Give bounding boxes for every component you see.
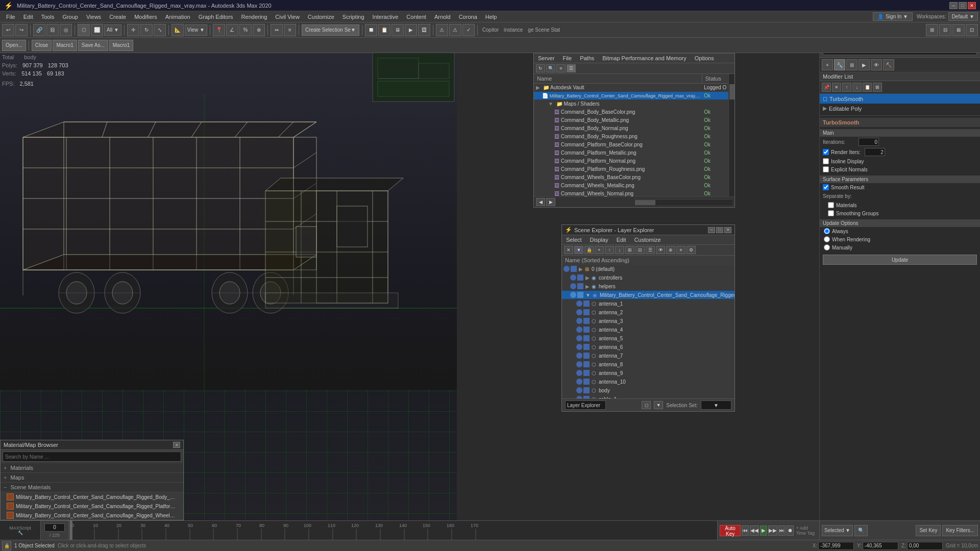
menu-arnold[interactable]: Arnold xyxy=(430,13,455,21)
smoothing-groups-checkbox[interactable] xyxy=(828,210,834,216)
maps-section[interactable]: + Maps xyxy=(1,473,183,483)
se-more-btn[interactable]: ⊕ xyxy=(666,246,675,254)
table-row[interactable]: ⬡ antenna_9 xyxy=(562,369,734,378)
scene-material-item-1[interactable]: Military_Battery_Control_Center_Sand_Cam… xyxy=(1,492,183,502)
anim-prev-frame-btn[interactable]: ◀◀ xyxy=(750,525,759,536)
table-row[interactable]: ⬡ antenna_4 xyxy=(562,325,734,334)
asset-h-scrollbar[interactable] xyxy=(634,199,733,205)
sign-in-btn[interactable]: 👤 Sign In ▼ xyxy=(873,12,913,21)
unlink-btn[interactable]: ⛓ xyxy=(46,24,59,36)
select-move-btn[interactable]: ✛ xyxy=(127,24,139,36)
scene-explorer-titlebar[interactable]: ⚡ Scene Explorer - Layer Explorer ─ □ ✕ xyxy=(562,225,734,235)
menu-file[interactable]: File xyxy=(2,13,19,21)
menu-views[interactable]: Views xyxy=(82,13,105,21)
table-row[interactable]: 📄 Military_Battery_Control_Center_Sand_C… xyxy=(534,92,728,100)
menu-group[interactable]: Group xyxy=(58,13,82,21)
table-row[interactable]: 🖼 Command_Platform_Normal.png Ok xyxy=(534,157,728,165)
menu-edit[interactable]: Edit xyxy=(19,13,37,21)
maxscript-bar[interactable]: MAXScript 🔧 xyxy=(0,520,41,540)
mod-tab-display[interactable]: 👁 xyxy=(871,59,882,70)
view-layout2-btn[interactable]: ⊟ xyxy=(939,24,951,36)
isoline-checkbox[interactable] xyxy=(823,158,829,164)
mod-up-btn[interactable]: ↑ xyxy=(842,83,851,92)
scene-material-item-2[interactable]: Military_Battery_Control_Center_Sand_Cam… xyxy=(1,502,183,511)
asset-tracking-scrollbar[interactable] xyxy=(728,74,734,196)
material-search-input[interactable] xyxy=(3,452,181,462)
at-detail-btn[interactable]: ☰ xyxy=(567,64,576,72)
anim-next-frame-btn[interactable]: ▶▶ xyxy=(768,525,777,536)
menu-create[interactable]: Create xyxy=(105,13,130,21)
table-row[interactable]: ⬡ antenna_10 xyxy=(562,378,734,386)
at-menu-options[interactable]: Options xyxy=(693,55,716,62)
modifier-item-editable-poly[interactable]: ▶ Editable Poly xyxy=(820,104,980,113)
z-coord-input[interactable] xyxy=(907,542,943,550)
se-col2-btn[interactable]: ☰ xyxy=(646,246,655,254)
menu-modifiers[interactable]: Modifiers xyxy=(130,13,161,21)
menu-rendering[interactable]: Rendering xyxy=(237,13,272,21)
table-row[interactable]: ⬡ antenna_6 xyxy=(562,343,734,352)
se-delete-btn[interactable]: ✕ xyxy=(564,246,573,254)
at-find-btn[interactable]: 🔍 xyxy=(546,64,555,72)
table-row[interactable]: ⬡ antenna_8 xyxy=(562,360,734,369)
at-list-btn[interactable]: ≡ xyxy=(556,64,566,72)
se-settings-btn[interactable]: ⚙ xyxy=(687,246,696,254)
at-col-status[interactable]: Status xyxy=(702,74,728,84)
bind-space-warp-btn[interactable]: ◎ xyxy=(60,24,72,36)
at-col-name[interactable]: Name xyxy=(534,74,702,84)
create-selection-btn[interactable]: Create Selection Se ▼ xyxy=(302,24,359,36)
table-row[interactable]: 🖼 Command_Wheels_BaseColor.png Ok xyxy=(534,173,728,182)
table-row[interactable]: 🖼 Command_Wheels_Metallic.png Ok xyxy=(534,182,728,190)
menu-animation[interactable]: Animation xyxy=(161,13,194,21)
render-iters-checkbox[interactable] xyxy=(823,149,829,155)
modifier-item-turbosmooth[interactable]: ◻ TurboSmooth xyxy=(820,94,980,104)
percent-snap-btn[interactable]: % xyxy=(239,24,252,36)
at-nav-right[interactable]: ▶ xyxy=(546,198,555,206)
view-dropdown[interactable]: View ▼ xyxy=(185,24,207,36)
table-row[interactable]: 🖼 Command_Body_BaseColor.png Ok xyxy=(534,108,728,116)
select-region-btn[interactable]: ⬜ xyxy=(91,24,103,36)
timeline-ruler[interactable]: 0 10 20 30 40 50 60 70 80 90 100 110 120… xyxy=(69,520,819,540)
render-frame-btn[interactable]: 🖼 xyxy=(418,24,430,36)
se-filter-btn[interactable]: ▼ xyxy=(574,246,583,254)
scene-material-item-3[interactable]: Military_Battery_Control_Center_Sand_Cam… xyxy=(1,511,183,520)
se-extra-btn[interactable]: ≡ xyxy=(676,246,685,254)
table-row[interactable]: ⬡ antenna_7 xyxy=(562,352,734,360)
table-row[interactable]: 🖼 Command_Body_Roughness.png Ok xyxy=(534,133,728,141)
se-selection-dropdown[interactable]: ▼ xyxy=(701,400,731,410)
mirror-btn[interactable]: ⇔ xyxy=(271,24,283,36)
explicit-normals-checkbox[interactable] xyxy=(823,166,829,172)
at-menu-file[interactable]: File xyxy=(560,55,574,62)
minimize-btn[interactable]: ─ xyxy=(949,2,958,9)
smooth-result-checkbox[interactable] xyxy=(823,184,829,190)
at-menu-paths[interactable]: Paths xyxy=(578,55,596,62)
table-row[interactable]: 🖼 Command_Platform_BaseColor.png Ok xyxy=(534,141,728,149)
render-setup-btn[interactable]: 🖥 xyxy=(391,24,404,36)
maximize-btn[interactable]: □ xyxy=(959,2,967,9)
se-col-btn[interactable]: ⊟ xyxy=(635,246,645,254)
rotate-btn[interactable]: ↻ xyxy=(140,24,153,36)
se-menu-edit[interactable]: Edit xyxy=(615,236,628,243)
se-menu-display[interactable]: Display xyxy=(588,236,610,243)
table-row[interactable]: ▶ 📁 Autodesk Vault Logged O xyxy=(534,84,728,92)
selected-dropdown[interactable]: Selected ▼ xyxy=(822,525,853,536)
at-refresh-btn[interactable]: ↻ xyxy=(536,64,545,72)
table-row[interactable]: 🖼 Command_Platform_Metallic.png Ok xyxy=(534,149,728,157)
asset-tracking-btn[interactable]: ⚠ xyxy=(436,24,448,36)
search-btn[interactable]: 🔍 xyxy=(854,525,868,536)
table-row[interactable]: ▶ ◉ helpers xyxy=(562,282,734,291)
table-row[interactable]: 🖼 Command_Body_Metallic.png Ok xyxy=(534,116,728,124)
layer-mgr-btn[interactable]: 🔲 xyxy=(365,24,377,36)
macro1-btn[interactable]: Macro1 xyxy=(53,40,77,51)
redo-btn[interactable]: ↪ xyxy=(15,24,28,36)
menu-help[interactable]: Help xyxy=(481,13,501,21)
menu-tools[interactable]: Tools xyxy=(37,13,59,21)
se-select-all-btn[interactable]: ⊞ xyxy=(625,246,634,254)
table-row[interactable]: ⬡ cable_1 xyxy=(562,395,734,399)
y-coord-input[interactable] xyxy=(863,542,898,550)
table-row[interactable]: ▼ 📁 Maps / Shaders xyxy=(534,100,728,108)
scene-mgr-btn[interactable]: 📋 xyxy=(378,24,390,36)
table-row[interactable]: ⬡ antenna_3 xyxy=(562,317,734,325)
menu-civil-view[interactable]: Civil View xyxy=(271,13,303,21)
ref-coord-btn[interactable]: 📐 xyxy=(172,24,184,36)
se-close-btn[interactable]: ✕ xyxy=(724,227,731,233)
